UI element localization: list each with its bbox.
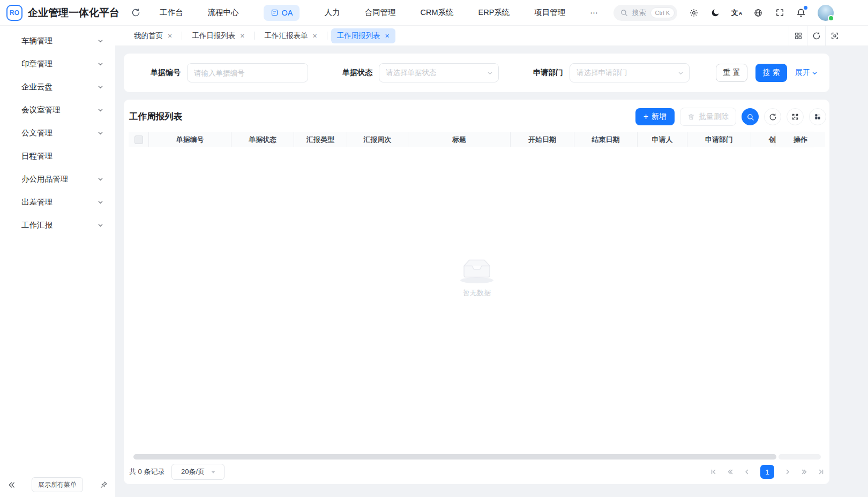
search-button[interactable]: 搜 索 — [755, 64, 787, 82]
sidebar-item-schedule[interactable]: 日程管理 — [0, 145, 115, 168]
dark-mode-moon-icon[interactable] — [708, 6, 722, 20]
chevron-down-icon — [98, 107, 103, 113]
nav-item-oa[interactable]: OA — [264, 5, 300, 21]
tab-weekly-report-list[interactable]: 工作周报列表× — [331, 28, 395, 43]
scrollbar-track[interactable] — [779, 454, 821, 460]
sidebar-item-label: 印章管理 — [21, 59, 98, 69]
tab-separator — [254, 32, 255, 40]
sidebar-menu: 车辆管理印章管理企业云盘会议室管理公文管理日程管理办公用品管理出差管理工作汇报 — [0, 26, 115, 237]
column-header-4: 标题 — [408, 132, 511, 147]
chevron-down-icon — [812, 70, 818, 76]
sidebar-item-label: 出差管理 — [21, 197, 98, 207]
sidebar-item-label: 会议室管理 — [21, 105, 98, 115]
close-icon[interactable]: × — [385, 32, 390, 40]
nav-item-erp[interactable]: ERP系统 — [478, 7, 510, 18]
locale-time-icon[interactable] — [751, 6, 765, 20]
notifications-bell-icon[interactable] — [794, 6, 808, 20]
column-header-1: 单据状态 — [231, 132, 294, 147]
nav-item-label: ERP系统 — [478, 7, 510, 18]
column-settings-button[interactable] — [809, 108, 826, 125]
nav-item-label: ⋯ — [590, 9, 598, 17]
nav-item-label: 工作台 — [160, 7, 183, 18]
scrollbar-thumb[interactable] — [133, 454, 776, 460]
table-refresh-button[interactable] — [764, 108, 781, 125]
sidebar-item-label: 公文管理 — [21, 128, 98, 138]
global-search-input[interactable]: 搜索 Ctrl K — [613, 5, 678, 21]
tab-my-home[interactable]: 我的首页× — [128, 28, 178, 43]
sidebar-item-work-report[interactable]: 工作汇报 — [0, 214, 115, 237]
nav-item-label: 流程中心 — [208, 7, 239, 18]
sidebar-item-cloud-disk[interactable]: 企业云盘 — [0, 76, 115, 99]
last-page-button[interactable] — [818, 469, 824, 475]
header-icons: 文A — [687, 5, 834, 21]
notification-dot — [804, 6, 807, 10]
nav-item-label: 合同管理 — [364, 7, 395, 18]
nav-item-hr[interactable]: 人力 — [324, 7, 340, 18]
table: 单据编号单据状态汇报类型汇报周次标题开始日期结束日期申请人申请部门创建时间 操作… — [129, 132, 825, 460]
chevron-down-icon — [98, 61, 103, 67]
collapse-sidebar-icon[interactable] — [8, 481, 16, 489]
close-icon[interactable]: × — [312, 32, 317, 40]
user-avatar[interactable] — [818, 5, 834, 21]
expand-label: 展开 — [795, 68, 810, 78]
sidebar-item-meeting-room[interactable]: 会议室管理 — [0, 99, 115, 122]
pin-icon[interactable] — [100, 481, 108, 489]
prev-page-button[interactable] — [744, 469, 750, 475]
empty-text: 暂无数据 — [463, 288, 491, 298]
nav-item-workbench[interactable]: 工作台 — [160, 7, 183, 18]
current-page-button[interactable]: 1 — [760, 465, 774, 479]
sidebar-item-vehicle[interactable]: 车辆管理 — [0, 29, 115, 52]
tab-bar: 我的首页×工作日报列表×工作汇报表单×工作周报列表× — [115, 26, 868, 46]
nav-item-more[interactable]: ⋯ — [590, 9, 598, 17]
batch-delete-label: 批量删除 — [699, 112, 729, 122]
table-fullscreen-button[interactable] — [787, 108, 804, 125]
table-body: 暂无数据 — [129, 147, 825, 454]
app-logo[interactable]: RO — [6, 5, 23, 21]
sidebar-item-office-supplies[interactable]: 办公用品管理 — [0, 168, 115, 191]
expand-filters-link[interactable]: 展开 — [795, 68, 818, 78]
chevron-down-icon — [98, 199, 103, 205]
close-icon[interactable]: × — [240, 32, 244, 40]
search-shortcut-badge: Ctrl K — [650, 7, 675, 18]
filter-group-bill-status: 单据状态请选择单据状态 — [342, 63, 499, 82]
nav-item-contract[interactable]: 合同管理 — [364, 7, 395, 18]
select-all-checkbox[interactable] — [134, 135, 143, 144]
toggle-search-button[interactable] — [742, 108, 759, 125]
apply-dept-select[interactable]: 请选择申请部门 — [570, 63, 690, 82]
oa-app-icon — [271, 9, 279, 17]
header-nav: 工作台流程中心OA人力合同管理CRM系统ERP系统项目管理⋯ — [160, 5, 598, 21]
chevron-down-icon — [98, 222, 103, 228]
nav-item-label: 人力 — [324, 7, 340, 18]
add-button[interactable]: + 新增 — [635, 108, 675, 125]
sidebar-item-business-trip[interactable]: 出差管理 — [0, 191, 115, 214]
filter-control: 请选择申请部门 — [570, 63, 690, 82]
fullscreen-icon[interactable] — [773, 6, 787, 20]
tab-work-report-form[interactable]: 工作汇报表单× — [258, 28, 323, 43]
tab-fullscreen-icon[interactable] — [825, 26, 843, 46]
column-header-0: 单据编号 — [149, 132, 231, 147]
tab-grid-layout-icon[interactable] — [789, 26, 807, 46]
bill-status-select[interactable]: 请选择单据状态 — [379, 63, 499, 82]
list-card: 工作周报列表 + 新增 批量删除 — [124, 100, 829, 484]
show-all-menu-button[interactable]: 展示所有菜单 — [32, 477, 83, 492]
close-icon[interactable]: × — [168, 32, 172, 40]
settings-gear-icon[interactable] — [687, 6, 701, 20]
next-page-button[interactable] — [784, 469, 791, 475]
translate-icon[interactable]: 文A — [730, 6, 744, 20]
reset-button[interactable]: 重 置 — [716, 64, 747, 82]
tab-refresh-icon[interactable] — [807, 26, 825, 46]
page-size-select[interactable]: 20条/页 — [171, 464, 225, 480]
sidebar-item-official-doc[interactable]: 公文管理 — [0, 122, 115, 145]
filter-fields: 单据编号单据状态请选择单据状态申请部门请选择申请部门 — [136, 63, 690, 82]
tab-daily-report-list[interactable]: 工作日报列表× — [186, 28, 250, 43]
jump-back-button[interactable] — [727, 469, 734, 475]
nav-item-project[interactable]: 项目管理 — [534, 7, 565, 18]
batch-delete-button[interactable]: 批量删除 — [680, 108, 736, 126]
jump-forward-button[interactable] — [801, 469, 807, 475]
bill-no-input[interactable] — [187, 63, 308, 82]
first-page-button[interactable] — [710, 469, 717, 475]
refresh-icon[interactable] — [131, 8, 140, 17]
nav-item-process-center[interactable]: 流程中心 — [208, 7, 239, 18]
nav-item-crm[interactable]: CRM系统 — [420, 7, 453, 18]
sidebar-item-seal[interactable]: 印章管理 — [0, 52, 115, 76]
